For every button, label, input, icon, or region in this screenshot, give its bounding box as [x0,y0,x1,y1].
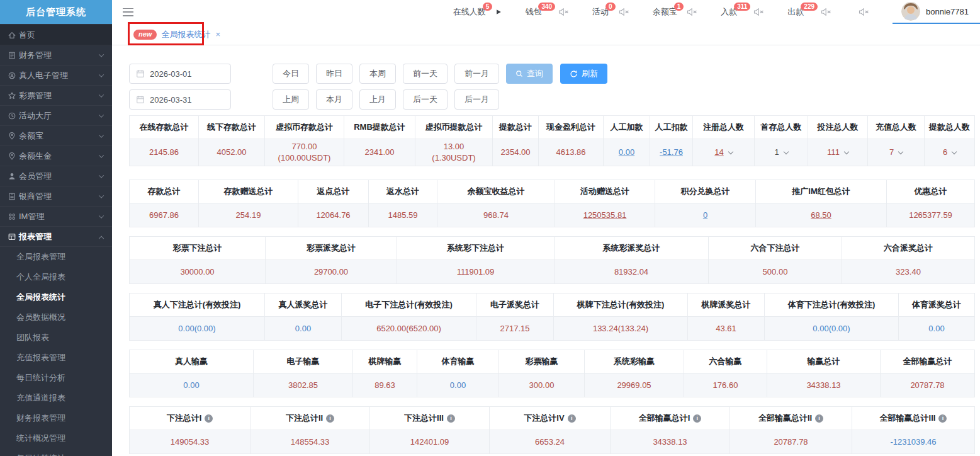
stat-value-cell[interactable]: 7 [868,139,925,166]
refresh-button[interactable]: 刷新 [560,64,607,84]
topbar-item-sound[interactable] [855,8,869,16]
start-date-input[interactable] [129,64,231,84]
sidebar-subitem-label: 财务报表管理 [16,413,65,424]
stat-value-cell[interactable]: 6 [925,139,975,166]
topbar-item-online-count[interactable]: 在线人数5 [453,6,502,18]
quick-range-button[interactable]: 上月 [359,89,396,110]
sidebar-subitem-member-data-overview[interactable]: 会员数据概况 [0,307,112,328]
sidebar-item-yuebao[interactable]: 余额宝 [0,126,112,146]
stat-value-cell[interactable]: 0 [655,203,756,227]
search-button[interactable]: 查询 [506,64,553,84]
column-header: 电子下注总计(有效投注) [342,294,476,317]
sidebar-subitem-daily-settlement-stats[interactable]: 每日结算统计 [0,448,112,456]
member-icon [7,171,16,181]
top-bar: 在线人数5钱包340活动0余额宝1入款311出款229 bonnie7781 [112,0,980,24]
count-badge: 311 [734,3,750,11]
quick-buttons-row1: 今日昨日本周前一天前一月 [273,64,506,84]
stat-value-cell[interactable]: 68.50 [756,203,887,227]
stat-value-cell: 43.61 [688,317,765,341]
stat-value-cell[interactable]: 0.00 [604,139,650,166]
sidebar-item-report[interactable]: 报表管理 [0,227,112,247]
column-header: 人工扣款 [650,116,693,139]
sidebar-item-activity[interactable]: 活动大厅 [0,106,112,126]
column-header: 彩票派奖总计 [266,237,397,260]
tab-global-report-stats[interactable]: new 全局报表统计 × [133,29,220,40]
menu-toggle-icon[interactable] [123,8,133,16]
quick-range-button[interactable]: 昨日 [316,64,352,84]
sidebar-subitem-recharge-report-mgmt[interactable]: 充值报表管理 [0,348,112,368]
topbar-item-deposit[interactable]: 入款311 [721,6,764,18]
stats-table-5: 真人输赢电子输赢棋牌输赢体育输赢彩票输赢系统彩输赢六合输赢输赢总计全部输赢总计0… [129,350,975,397]
sidebar-subitem-recharge-channel-report[interactable]: 充值通道报表 [0,388,112,408]
speaker-mute-icon[interactable] [687,8,697,16]
sidebar-item-merchant[interactable]: 银商管理 [0,186,112,207]
sidebar-subitem-global-report-mgmt[interactable]: 全局报表管理 [0,247,112,267]
column-header: 全部输赢总计IIIi [852,407,975,430]
speaker-mute-icon[interactable] [821,8,831,16]
quick-range-button[interactable]: 后一天 [403,89,448,110]
search-button-label: 查询 [527,68,543,79]
sidebar-subitem-finance-report-mgmt[interactable]: 财务报表管理 [0,408,112,428]
quick-range-button[interactable]: 今日 [273,64,309,84]
stat-value-cell[interactable]: 1250535.81 [555,203,655,227]
stats-table-1: 在线存款总计线下存款总计虚拟币存款总计RMB提款总计虚拟币提款总计提款总计现金盈… [129,115,975,166]
sidebar-subitem-team-report[interactable]: 团队报表 [0,328,112,348]
im-icon [7,212,16,221]
sidebar-subitem-label: 每日统计分析 [16,372,65,384]
column-header: 系统彩派奖总计 [555,237,709,260]
column-header: 下注总计IIi [251,407,370,430]
info-icon[interactable]: i [205,414,213,423]
sidebar-item-im[interactable]: IM管理 [0,207,112,227]
sidebar-item-member[interactable]: 会员管理 [0,166,112,186]
sidebar-subitem-personal-global-report[interactable]: 个人全局报表 [0,267,112,287]
stat-value-cell[interactable]: 1 [755,139,808,166]
info-icon[interactable]: i [326,414,334,423]
sidebar-subitem-stats-overview-mgmt[interactable]: 统计概况管理 [0,428,112,448]
stat-value-cell[interactable]: -51.76 [650,139,693,166]
stat-value-cell: 148554.33 [251,430,370,454]
column-header: 存款赠送总计 [199,180,298,203]
quick-range-button[interactable]: 前一天 [403,64,448,84]
column-header: 棋牌输赢 [353,350,417,373]
speaker-mute-icon[interactable] [753,8,764,16]
topbar-right: 在线人数5钱包340活动0余额宝1入款311出款229 bonnie7781 [453,0,980,24]
sidebar-subitem-global-report-stats[interactable]: 全局报表统计 [0,287,112,307]
stat-value-cell: 0.00 [130,373,254,397]
column-header: 系统彩输赢 [585,350,684,373]
quick-range-button[interactable]: 前一月 [454,64,499,84]
speaker-mute-icon[interactable] [859,8,869,16]
sidebar-item-yuesheng[interactable]: 余额生金 [0,146,112,166]
info-icon[interactable]: i [693,414,701,423]
quick-range-button[interactable]: 上周 [273,89,309,110]
user-menu[interactable]: bonnie7781 [893,0,980,24]
sidebar-item-live-casino[interactable]: 真人电子管理 [0,66,112,86]
stat-value-cell[interactable]: 111 [808,139,868,166]
info-icon[interactable]: i [447,414,455,423]
topbar-item-withdraw[interactable]: 出款229 [787,6,831,18]
info-icon[interactable]: i [568,414,576,423]
info-icon[interactable]: i [938,414,947,423]
close-icon[interactable]: × [215,30,220,39]
chevron-down-icon [99,173,104,178]
play-icon[interactable] [495,9,502,15]
quick-range-button[interactable]: 本月 [316,89,352,110]
sidebar-item-home[interactable]: 首页 [0,25,112,45]
speaker-mute-icon[interactable] [619,8,629,16]
topbar-item-wallet[interactable]: 钱包340 [525,6,569,18]
sidebar-item-lottery[interactable]: 彩票管理 [0,86,112,106]
topbar-item-label: 余额宝 [653,6,677,18]
sidebar-subitem-daily-stats-analysis[interactable]: 每日统计分析 [0,368,112,388]
quick-range-button[interactable]: 本周 [359,64,396,84]
column-header: 现金盈利总计 [539,116,604,139]
stat-value-cell: 6653.24 [490,430,611,454]
stat-value-cell[interactable]: 14 [693,139,755,166]
stat-value-cell: 81932.04 [555,260,709,284]
speaker-mute-icon[interactable] [558,8,569,16]
chevron-down-icon [99,193,104,198]
topbar-item-activity[interactable]: 活动0 [592,6,629,18]
sidebar-item-finance[interactable]: 财务管理 [0,45,112,66]
end-date-input[interactable] [129,89,231,110]
quick-range-button[interactable]: 后一月 [454,89,499,110]
info-icon[interactable]: i [815,414,823,423]
topbar-item-yuebao[interactable]: 余额宝1 [653,6,698,18]
